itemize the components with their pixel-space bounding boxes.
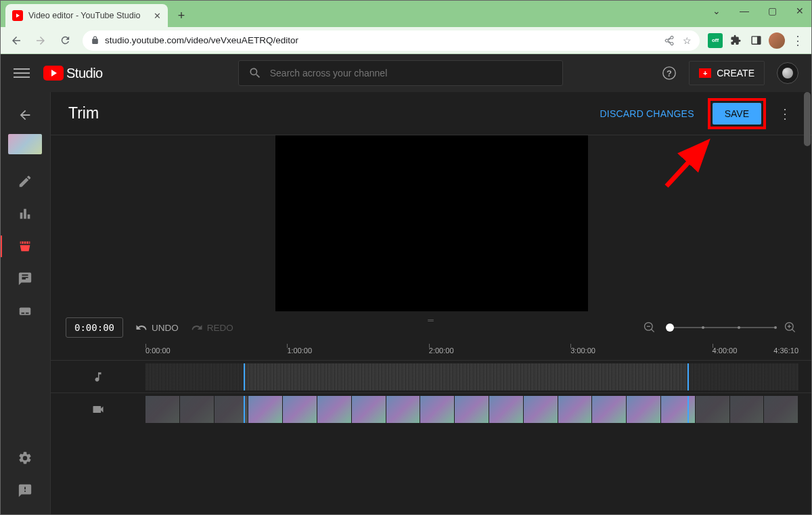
side-panel-icon[interactable] <box>748 33 763 48</box>
ruler-tick: 2:00:00 <box>429 346 454 355</box>
trim-end-handle[interactable] <box>687 363 689 390</box>
svg-rect-1 <box>757 37 760 44</box>
rail-editor-icon[interactable] <box>10 231 40 261</box>
svg-line-14 <box>792 330 795 332</box>
studio-body: Trim DISCARD CHANGES SAVE ⋮ 0:00:00 UNDO <box>0 92 812 515</box>
video-track <box>51 393 812 425</box>
save-highlight-annotation: SAVE <box>708 98 766 129</box>
timeline: 0:00:00 1:00:00 2:00:00 3:00:00 4:00:00 … <box>51 344 812 515</box>
search-input[interactable] <box>270 68 553 79</box>
bookmark-star-icon[interactable]: ☆ <box>683 35 692 46</box>
duration-label: 4:36:10 <box>773 346 798 355</box>
forward-button[interactable] <box>31 31 50 50</box>
extensions-puzzle-icon[interactable] <box>728 33 743 48</box>
rail-analytics-icon[interactable] <box>10 199 40 229</box>
svg-rect-9 <box>26 313 29 314</box>
create-label: CREATE <box>717 68 754 79</box>
ruler-tick: 4:00:00 <box>713 346 738 355</box>
close-window-button[interactable]: ✕ <box>796 5 804 16</box>
create-icon <box>699 68 711 78</box>
url-text: studio.youtube.com/video/veVxeuAETRQ/edi… <box>105 35 298 45</box>
rail-comments-icon[interactable] <box>10 264 40 294</box>
tab-title: Video editor - YouTube Studio <box>28 11 140 20</box>
search-icon <box>248 66 262 80</box>
video-thumbnail[interactable] <box>8 134 42 154</box>
editor-main-area: Trim DISCARD CHANGES SAVE ⋮ 0:00:00 UNDO <box>50 92 812 515</box>
audio-track <box>51 360 812 393</box>
svg-rect-4 <box>20 212 23 219</box>
extension-icon[interactable]: off <box>708 33 723 48</box>
dropdown-affordance[interactable]: ⌄ <box>713 5 721 16</box>
hamburger-menu-icon[interactable] <box>14 65 30 81</box>
rail-details-icon[interactable] <box>10 166 40 196</box>
back-button[interactable] <box>7 31 26 50</box>
zoom-in-icon[interactable] <box>784 321 797 334</box>
video-preview[interactable] <box>275 135 588 311</box>
redo-button[interactable]: REDO <box>191 321 233 334</box>
video-thumbstrip[interactable] <box>145 396 798 423</box>
editor-title: Trim <box>68 104 99 122</box>
rail-feedback-icon[interactable] <box>10 476 40 506</box>
share-icon[interactable] <box>664 35 675 46</box>
chrome-menu-icon[interactable]: ⋮ <box>790 33 805 48</box>
audio-waveform[interactable] <box>145 363 798 390</box>
ruler-tick: 3:00:00 <box>570 346 595 355</box>
video-preview-area <box>51 135 812 311</box>
reload-button[interactable] <box>55 31 74 50</box>
studio-app: Studio ? CREATE <box>0 54 812 515</box>
save-button[interactable]: SAVE <box>713 103 761 125</box>
studio-wordmark: Studio <box>66 66 103 81</box>
svg-rect-6 <box>28 215 30 219</box>
current-time-display[interactable]: 0:00:00 <box>66 317 123 338</box>
close-tab-icon[interactable]: ✕ <box>154 11 161 21</box>
trim-start-handle[interactable] <box>244 363 245 390</box>
rail-subtitles-icon[interactable] <box>10 296 40 326</box>
address-bar[interactable]: studio.youtube.com/video/veVxeuAETRQ/edi… <box>83 30 700 51</box>
browser-tab-bar: Video editor - YouTube Studio ✕ + <box>0 0 812 27</box>
browser-toolbar: studio.youtube.com/video/veVxeuAETRQ/edi… <box>0 27 812 54</box>
rail-back-button[interactable] <box>10 100 40 130</box>
left-rail <box>0 92 50 515</box>
zoom-out-icon[interactable] <box>643 321 656 334</box>
playback-controls: 0:00:00 UNDO REDO ═ <box>51 311 812 344</box>
help-icon[interactable]: ? <box>662 66 677 81</box>
svg-text:?: ? <box>667 68 672 79</box>
create-button[interactable]: CREATE <box>689 61 765 85</box>
ruler-tick: 1:00:00 <box>287 346 312 355</box>
studio-header: Studio ? CREATE <box>0 54 812 92</box>
scrollbar[interactable] <box>804 92 811 146</box>
new-tab-button[interactable]: + <box>172 6 191 25</box>
lock-icon <box>91 36 99 45</box>
discard-changes-button[interactable]: DISCARD CHANGES <box>596 103 698 125</box>
youtube-favicon <box>12 10 23 21</box>
window-controls: ⌄ — ▢ ✕ <box>713 5 804 16</box>
trim-end-handle[interactable] <box>687 396 689 423</box>
studio-logo[interactable]: Studio <box>43 66 103 81</box>
trim-start-handle[interactable] <box>244 396 245 423</box>
rail-settings-icon[interactable] <box>10 443 40 473</box>
svg-rect-8 <box>22 313 25 314</box>
drag-handle-icon[interactable]: ═ <box>428 315 435 325</box>
editor-header: Trim DISCARD CHANGES SAVE ⋮ <box>51 92 812 135</box>
account-avatar[interactable] <box>777 62 798 84</box>
minimize-button[interactable]: — <box>740 5 749 16</box>
maximize-button[interactable]: ▢ <box>768 5 777 16</box>
profile-avatar[interactable] <box>769 32 785 49</box>
audio-track-icon <box>51 371 145 383</box>
undo-button[interactable]: UNDO <box>135 321 179 334</box>
search-box[interactable] <box>238 60 563 86</box>
extension-icons: off ⋮ <box>708 32 805 49</box>
more-options-icon[interactable]: ⋮ <box>775 106 794 122</box>
browser-tab[interactable]: Video editor - YouTube Studio ✕ <box>5 4 168 27</box>
svg-line-11 <box>652 330 654 332</box>
zoom-slider[interactable] <box>666 327 774 328</box>
time-ruler[interactable]: 0:00:00 1:00:00 2:00:00 3:00:00 4:00:00 … <box>145 344 798 360</box>
ruler-tick: 0:00:00 <box>145 346 171 355</box>
svg-rect-7 <box>20 308 31 315</box>
youtube-logo-icon <box>43 66 64 81</box>
svg-rect-5 <box>24 209 26 219</box>
video-track-icon <box>51 403 145 416</box>
